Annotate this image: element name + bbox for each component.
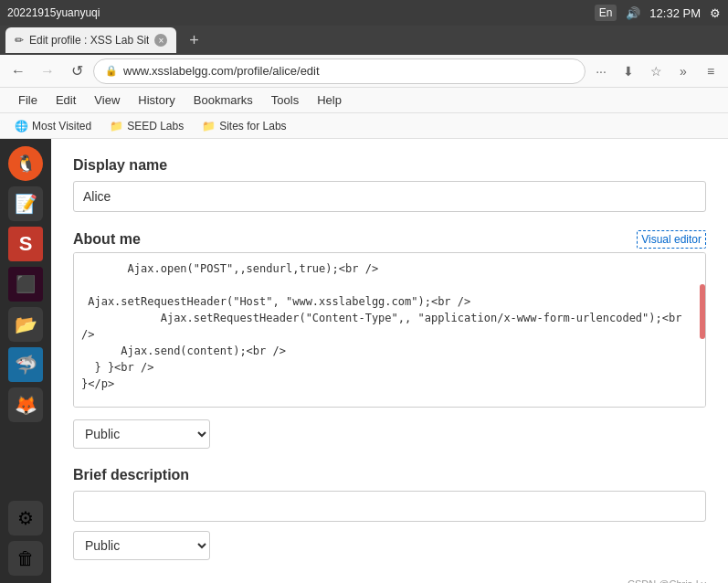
settings-tray-icon[interactable]: ⚙	[710, 6, 721, 20]
sidebar: 🐧 📝 S ⬛ 📂 🦈 🦊 ⚙ 🗑	[0, 139, 51, 583]
menu-bar: File Edit View History Bookmarks Tools H…	[0, 88, 728, 113]
bookmark-sites-for-labs[interactable]: 📁 Sites for Labs	[195, 117, 293, 135]
more-button[interactable]: ···	[589, 59, 613, 83]
content-area: Display name About me Visual editor Ajax…	[51, 139, 728, 583]
hamburger-menu-button[interactable]: ≡	[699, 59, 723, 83]
sites-for-labs-label: Sites for Labs	[219, 120, 286, 132]
brief-visibility-select[interactable]: Public Friends Private	[73, 531, 210, 560]
sidebar-trash-icon[interactable]: 🗑	[8, 541, 43, 576]
url-text: www.xsslabelgg.com/profile/alice/edit	[123, 64, 320, 78]
keyboard-indicator[interactable]: En	[595, 5, 617, 21]
bookmark-most-visited[interactable]: 🌐 Most Visited	[7, 117, 99, 135]
menu-file[interactable]: File	[9, 90, 47, 111]
sites-for-labs-folder-icon: 📁	[202, 120, 216, 132]
menu-bookmarks[interactable]: Bookmarks	[185, 90, 262, 111]
menu-history[interactable]: History	[129, 90, 184, 111]
about-me-section: About me Visual editor Ajax.open("POST",…	[73, 230, 706, 449]
bookmarks-bar: 🌐 Most Visited 📁 SEED Labs 📁 Sites for L…	[0, 113, 728, 139]
bookmark-star-button[interactable]: ☆	[644, 59, 668, 83]
sidebar-wireshark-icon[interactable]: 🦈	[8, 347, 43, 382]
tab-close-button[interactable]: ×	[154, 34, 167, 47]
brief-description-input[interactable]	[73, 491, 706, 522]
brief-description-section: Brief description Public Friends Private	[73, 467, 706, 560]
footer-credit: CSDN @Chris-Ly	[73, 578, 706, 583]
new-tab-button[interactable]: +	[182, 28, 206, 52]
visual-editor-button[interactable]: Visual editor	[637, 230, 706, 249]
most-visited-label: Most Visited	[32, 120, 91, 132]
seed-labs-folder-icon: 📁	[110, 120, 123, 132]
menu-help[interactable]: Help	[308, 90, 351, 111]
refresh-button[interactable]: ↺	[64, 58, 90, 84]
display-name-label: Display name	[73, 157, 706, 174]
about-me-textarea[interactable]: Ajax.open("POST",,sendurl,true);<br /> A…	[73, 252, 706, 408]
bookmark-seed-labs[interactable]: 📁 SEED Labs	[102, 117, 191, 135]
title-bar: ✏ Edit profile : XSS Lab Sit × +	[0, 26, 728, 55]
seed-labs-label: SEED Labs	[127, 120, 184, 132]
sidebar-editor-icon[interactable]: 📝	[8, 186, 43, 221]
about-me-header: About me Visual editor	[73, 230, 706, 249]
extend-button[interactable]: »	[671, 59, 695, 83]
display-name-input[interactable]	[73, 181, 706, 212]
lock-icon: 🔒	[105, 65, 118, 77]
about-me-label: About me	[73, 231, 141, 248]
menu-view[interactable]: View	[85, 90, 129, 111]
sidebar-terminal-icon[interactable]: ⬛	[8, 267, 43, 302]
tab-favicon: ✏	[15, 34, 24, 47]
system-tray: En 🔊 12:32 PM ⚙	[595, 5, 721, 21]
back-button[interactable]: ←	[5, 58, 31, 84]
browser-tab[interactable]: ✏ Edit profile : XSS Lab Sit ×	[5, 27, 176, 53]
about-me-visibility-select[interactable]: Public Friends Private	[73, 419, 210, 449]
sidebar-ubuntu-icon[interactable]: 🐧	[8, 146, 43, 181]
main-layout: 🐧 📝 S ⬛ 📂 🦈 🦊 ⚙ 🗑 Display name	[0, 139, 728, 583]
address-bar[interactable]: 🔒 www.xsslabelgg.com/profile/alice/edit	[93, 58, 586, 84]
display-name-section: Display name	[73, 157, 706, 212]
nav-bar: ← → ↺ 🔒 www.xsslabelgg.com/profile/alice…	[0, 55, 728, 88]
tab-title: Edit profile : XSS Lab Sit	[29, 34, 149, 47]
sidebar-s-app-icon[interactable]: S	[8, 227, 43, 261]
sidebar-files-icon[interactable]: 📂	[8, 307, 43, 342]
menu-tools[interactable]: Tools	[262, 90, 308, 111]
most-visited-icon: 🌐	[15, 120, 28, 132]
window-title: 20221915yuanyuqi	[7, 6, 100, 19]
about-me-textarea-wrapper: Ajax.open("POST",,sendurl,true);<br /> A…	[73, 252, 706, 410]
forward-button[interactable]: →	[35, 58, 60, 84]
nav-actions: ··· ⬇ ☆ » ≡	[589, 59, 723, 83]
volume-icon[interactable]: 🔊	[626, 6, 640, 20]
clock: 12:32 PM	[649, 6, 701, 20]
pocket-button[interactable]: ⬇	[617, 59, 640, 83]
sidebar-firefox-icon[interactable]: 🦊	[8, 387, 43, 422]
menu-edit[interactable]: Edit	[47, 90, 85, 111]
sidebar-settings-icon[interactable]: ⚙	[8, 501, 43, 535]
system-bar: 20221915yuanyuqi En 🔊 12:32 PM ⚙	[0, 0, 728, 26]
brief-description-label: Brief description	[73, 467, 706, 483]
